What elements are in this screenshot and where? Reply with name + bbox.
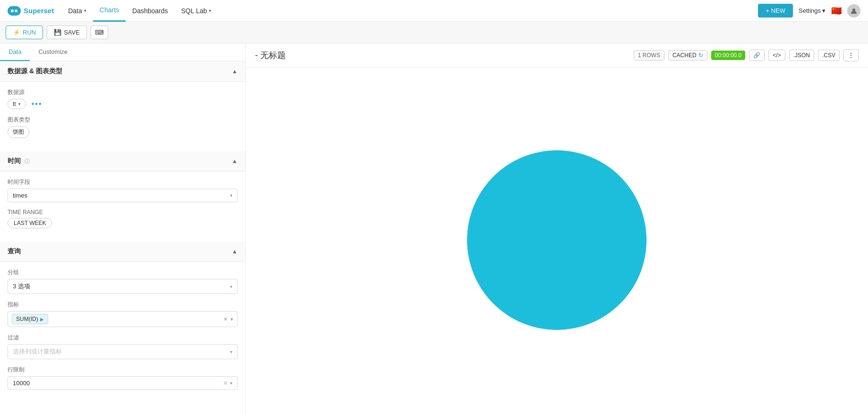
save-button[interactable]: 💾 SAVE <box>47 26 87 39</box>
metric-field-row: 指标 SUM(ID) ▶ ✕ ▾ <box>8 301 238 327</box>
superset-logo-icon <box>8 6 21 16</box>
datasource-badge[interactable]: tt ▾ <box>8 99 26 109</box>
timer-badge: 00:00:00.0 <box>711 51 746 60</box>
metric-tag[interactable]: SUM(ID) ▶ <box>12 314 48 324</box>
datasource-section-title: 数据源 & 图表类型 <box>8 67 62 76</box>
user-avatar[interactable] <box>847 4 860 17</box>
query-chevron-up-icon: ▲ <box>232 248 238 255</box>
tab-data[interactable]: Data <box>0 43 30 61</box>
time-chevron-up-icon: ▲ <box>232 158 238 164</box>
time-section-body: 时间字段 times ▾ TIME RANGE LAST WEEK <box>0 172 245 242</box>
datasource-section: 数据源 & 图表类型 ▲ 数据源 tt ▾ ••• 图表类型 <box>0 61 245 151</box>
nav-sqllab-arrow: ▾ <box>209 8 211 13</box>
row-limit-field-row: 行限制 10000 ✕ ▾ <box>8 366 238 390</box>
time-range-label: TIME RANGE <box>8 209 238 216</box>
row-limit-clear-icon[interactable]: ✕ <box>223 380 228 387</box>
time-field-caret-icon: ▾ <box>230 193 232 198</box>
chart-title: - 无标题 <box>255 50 286 61</box>
cached-badge[interactable]: CACHED ↻ <box>668 50 707 61</box>
time-section-title: 时间 <box>8 157 21 165</box>
rows-badge: 1 ROWS <box>634 50 664 61</box>
datasource-field: 数据源 tt ▾ ••• <box>8 88 238 109</box>
left-panel: Data Customize 数据源 & 图表类型 ▲ 数据源 tt ▾ <box>0 43 246 415</box>
nav-item-data[interactable]: Data ▾ <box>61 0 93 22</box>
query-section-header[interactable]: 查询 ▲ <box>0 242 245 262</box>
datasource-section-header[interactable]: 数据源 & 图表类型 ▲ <box>0 61 245 82</box>
metric-label: 指标 <box>8 301 238 309</box>
main-layout: Data Customize 数据源 & 图表类型 ▲ 数据源 tt ▾ <box>0 43 868 415</box>
chart-type-field: 图表类型 饼图 <box>8 116 238 138</box>
ellipsis-icon: ⋮ <box>848 52 854 59</box>
row-limit-label: 行限制 <box>8 366 238 374</box>
nav-right-actions: Settings ▾ 🇨🇳 <box>799 4 860 17</box>
tab-customize[interactable]: Customize <box>30 43 76 61</box>
link-button[interactable]: 🔗 <box>749 50 765 61</box>
chart-header: - 无标题 1 ROWS CACHED ↻ 00:00:00.0 🔗 </> .… <box>246 43 868 68</box>
more-options-button[interactable]: ⋮ <box>843 49 859 61</box>
time-field-row: 时间字段 times ▾ <box>8 178 238 202</box>
group-caret-icon: ▾ <box>230 284 232 289</box>
datasource-label: 数据源 <box>8 88 238 96</box>
datasource-dropdown-icon: ▾ <box>18 102 21 106</box>
query-section-title: 查询 <box>8 247 21 256</box>
filter-label: 过滤 <box>8 334 238 342</box>
time-field-select[interactable]: times ▾ <box>8 189 238 202</box>
run-icon: ⚡ <box>13 29 20 36</box>
chart-type-badge[interactable]: 饼图 <box>8 126 29 138</box>
chart-toolbar: ⚡ RUN 💾 SAVE ⌨ <box>0 22 868 43</box>
settings-button[interactable]: Settings ▾ <box>799 7 825 14</box>
chart-visualization-area <box>246 68 868 413</box>
refresh-icon: ↻ <box>698 52 703 59</box>
group-select[interactable]: 3 选项 ▾ <box>8 279 238 294</box>
json-button[interactable]: .JSON <box>789 50 814 61</box>
pie-chart <box>467 150 647 330</box>
new-button[interactable]: + NEW <box>758 4 793 17</box>
nav-item-dashboards[interactable]: Dashboards <box>126 0 175 22</box>
keyboard-icon: ⌨ <box>95 29 104 36</box>
save-disk-icon: 💾 <box>54 29 61 36</box>
time-range-badge[interactable]: LAST WEEK <box>8 218 52 228</box>
metric-actions: ✕ ▾ <box>223 316 233 322</box>
row-limit-select[interactable]: 10000 ✕ ▾ <box>8 376 238 390</box>
metric-select[interactable]: SUM(ID) ▶ ✕ ▾ <box>8 311 238 327</box>
time-section: 时间 ⓘ ▲ 时间字段 times ▾ TIME RANGE LAST WEEK <box>0 151 245 242</box>
metric-dropdown-icon[interactable]: ▾ <box>230 316 233 322</box>
nav-item-sqllab[interactable]: SQL Lab ▾ <box>175 0 218 22</box>
filter-caret-icon: ▾ <box>230 349 232 354</box>
keyboard-shortcut-button[interactable]: ⌨ <box>91 26 108 39</box>
datasource-chevron-up-icon: ▲ <box>232 68 238 75</box>
run-button[interactable]: ⚡ RUN <box>6 26 43 39</box>
group-field-row: 分组 3 选项 ▾ <box>8 268 238 294</box>
time-field-label: 时间字段 <box>8 178 238 186</box>
time-info-icon: ⓘ <box>25 158 30 165</box>
user-icon <box>851 8 857 14</box>
row-limit-caret-icon: ▾ <box>230 380 232 386</box>
chart-type-label: 图表类型 <box>8 116 238 124</box>
group-label: 分组 <box>8 268 238 277</box>
datasource-section-body: 数据源 tt ▾ ••• 图表类型 饼图 <box>0 82 245 151</box>
panel-tabs: Data Customize <box>0 43 245 61</box>
time-section-header[interactable]: 时间 ⓘ ▲ <box>0 151 245 172</box>
metric-clear-icon[interactable]: ✕ <box>223 316 228 322</box>
logo[interactable]: Superset <box>8 6 54 16</box>
nav-data-arrow: ▾ <box>84 8 86 13</box>
settings-arrow-icon: ▾ <box>822 7 825 14</box>
datasource-more-button[interactable]: ••• <box>32 100 43 108</box>
query-section-body: 分组 3 选项 ▾ 指标 SUM(ID) ▶ <box>0 262 245 403</box>
link-icon: 🔗 <box>753 52 760 59</box>
chart-action-buttons: 1 ROWS CACHED ↻ 00:00:00.0 🔗 </> .JSON .… <box>634 49 859 61</box>
code-button[interactable]: </> <box>768 50 785 61</box>
top-navigation: Superset Data ▾ Charts Dashboards SQL La… <box>0 0 868 22</box>
code-icon: </> <box>773 52 781 59</box>
csv-button[interactable]: .CSV <box>818 50 840 61</box>
logo-text: Superset <box>24 7 54 15</box>
query-section: 查询 ▲ 分组 3 选项 ▾ 指标 <box>0 242 245 403</box>
chart-panel: - 无标题 1 ROWS CACHED ↻ 00:00:00.0 🔗 </> .… <box>246 43 868 415</box>
language-flag[interactable]: 🇨🇳 <box>831 6 842 16</box>
filter-field-row: 过滤 选择列或计量指标 ▾ <box>8 334 238 359</box>
metric-expand-icon: ▶ <box>40 317 44 322</box>
filter-select[interactable]: 选择列或计量指标 ▾ <box>8 344 238 359</box>
nav-item-charts[interactable]: Charts <box>93 0 126 22</box>
time-range-row: TIME RANGE LAST WEEK <box>8 209 238 228</box>
